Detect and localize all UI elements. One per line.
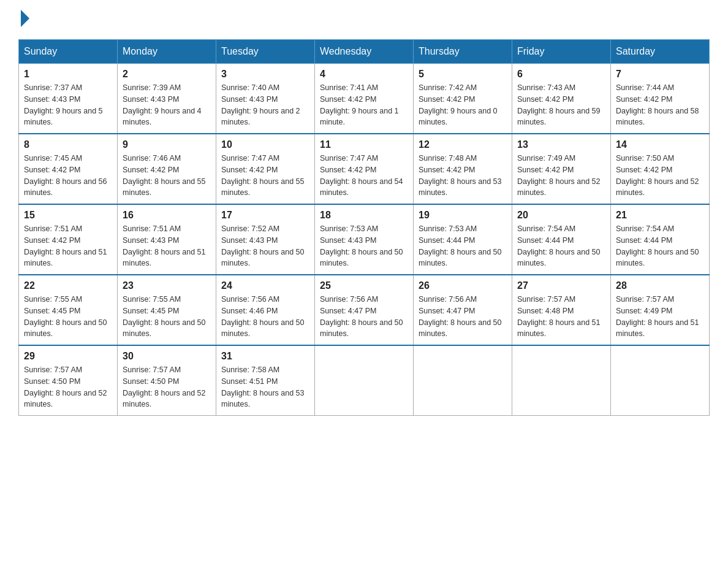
- weekday-header-monday: Monday: [118, 40, 216, 64]
- day-info: Sunrise: 7:54 AMSunset: 4:44 PMDaylight:…: [616, 223, 704, 269]
- day-number: 8: [24, 139, 112, 150]
- day-number: 5: [419, 69, 507, 80]
- day-number: 7: [616, 69, 704, 80]
- day-info: Sunrise: 7:39 AMSunset: 4:43 PMDaylight:…: [123, 82, 211, 128]
- day-number: 16: [123, 210, 211, 221]
- day-info: Sunrise: 7:49 AMSunset: 4:42 PMDaylight:…: [517, 153, 605, 199]
- day-info: Sunrise: 7:57 AMSunset: 4:50 PMDaylight:…: [123, 364, 211, 410]
- weekday-header-friday: Friday: [512, 40, 611, 64]
- weekday-header-saturday: Saturday: [611, 40, 710, 64]
- calendar-cell: 9Sunrise: 7:46 AMSunset: 4:42 PMDaylight…: [118, 134, 216, 204]
- weekday-header-sunday: Sunday: [19, 40, 118, 64]
- calendar-cell: 8Sunrise: 7:45 AMSunset: 4:42 PMDaylight…: [19, 134, 118, 204]
- calendar-cell: [512, 345, 611, 416]
- day-number: 26: [419, 280, 507, 291]
- day-info: Sunrise: 7:43 AMSunset: 4:42 PMDaylight:…: [517, 82, 605, 128]
- day-number: 19: [419, 210, 507, 221]
- day-number: 15: [24, 210, 112, 221]
- day-number: 11: [320, 139, 408, 150]
- page-header: [18, 12, 710, 27]
- day-info: Sunrise: 7:37 AMSunset: 4:43 PMDaylight:…: [24, 82, 112, 128]
- calendar-cell: 11Sunrise: 7:47 AMSunset: 4:42 PMDayligh…: [315, 134, 414, 204]
- day-number: 13: [517, 139, 605, 150]
- day-number: 9: [123, 139, 211, 150]
- day-number: 4: [320, 69, 408, 80]
- calendar-cell: 7Sunrise: 7:44 AMSunset: 4:42 PMDaylight…: [611, 64, 710, 134]
- day-info: Sunrise: 7:55 AMSunset: 4:45 PMDaylight:…: [24, 294, 112, 340]
- day-info: Sunrise: 7:47 AMSunset: 4:42 PMDaylight:…: [221, 153, 309, 199]
- calendar-cell: 15Sunrise: 7:51 AMSunset: 4:42 PMDayligh…: [19, 204, 118, 275]
- calendar-cell: 2Sunrise: 7:39 AMSunset: 4:43 PMDaylight…: [118, 64, 216, 134]
- day-info: Sunrise: 7:56 AMSunset: 4:46 PMDaylight:…: [221, 294, 309, 340]
- day-info: Sunrise: 7:57 AMSunset: 4:50 PMDaylight:…: [24, 364, 112, 410]
- calendar-cell: 31Sunrise: 7:58 AMSunset: 4:51 PMDayligh…: [216, 345, 315, 416]
- day-info: Sunrise: 7:45 AMSunset: 4:42 PMDaylight:…: [24, 153, 112, 199]
- day-number: 25: [320, 280, 408, 291]
- calendar-cell: 3Sunrise: 7:40 AMSunset: 4:43 PMDaylight…: [216, 64, 315, 134]
- calendar-cell: 6Sunrise: 7:43 AMSunset: 4:42 PMDaylight…: [512, 64, 611, 134]
- calendar-cell: 18Sunrise: 7:53 AMSunset: 4:43 PMDayligh…: [315, 204, 414, 275]
- day-number: 28: [616, 280, 704, 291]
- day-number: 21: [616, 210, 704, 221]
- day-number: 1: [24, 69, 112, 80]
- calendar-cell: 22Sunrise: 7:55 AMSunset: 4:45 PMDayligh…: [19, 275, 118, 345]
- calendar-cell: 29Sunrise: 7:57 AMSunset: 4:50 PMDayligh…: [19, 345, 118, 416]
- weekday-header-row: SundayMondayTuesdayWednesdayThursdayFrid…: [19, 40, 710, 64]
- day-info: Sunrise: 7:53 AMSunset: 4:44 PMDaylight:…: [419, 223, 507, 269]
- weekday-header-thursday: Thursday: [414, 40, 512, 64]
- calendar-cell: [611, 345, 710, 416]
- day-number: 14: [616, 139, 704, 150]
- day-info: Sunrise: 7:56 AMSunset: 4:47 PMDaylight:…: [419, 294, 507, 340]
- day-number: 3: [221, 69, 309, 80]
- day-info: Sunrise: 7:52 AMSunset: 4:43 PMDaylight:…: [221, 223, 309, 269]
- weekday-header-tuesday: Tuesday: [216, 40, 315, 64]
- day-info: Sunrise: 7:58 AMSunset: 4:51 PMDaylight:…: [221, 364, 309, 410]
- calendar-cell: 30Sunrise: 7:57 AMSunset: 4:50 PMDayligh…: [118, 345, 216, 416]
- day-number: 6: [517, 69, 605, 80]
- day-info: Sunrise: 7:44 AMSunset: 4:42 PMDaylight:…: [616, 82, 704, 128]
- logo: [18, 12, 29, 27]
- calendar-week-row: 15Sunrise: 7:51 AMSunset: 4:42 PMDayligh…: [19, 204, 710, 275]
- day-info: Sunrise: 7:55 AMSunset: 4:45 PMDaylight:…: [123, 294, 211, 340]
- calendar-cell: 19Sunrise: 7:53 AMSunset: 4:44 PMDayligh…: [414, 204, 512, 275]
- logo-arrow-icon: [21, 10, 29, 27]
- calendar-table: SundayMondayTuesdayWednesdayThursdayFrid…: [18, 39, 710, 416]
- day-info: Sunrise: 7:53 AMSunset: 4:43 PMDaylight:…: [320, 223, 408, 269]
- day-info: Sunrise: 7:50 AMSunset: 4:42 PMDaylight:…: [616, 153, 704, 199]
- day-info: Sunrise: 7:54 AMSunset: 4:44 PMDaylight:…: [517, 223, 605, 269]
- day-number: 17: [221, 210, 309, 221]
- day-number: 2: [123, 69, 211, 80]
- day-info: Sunrise: 7:40 AMSunset: 4:43 PMDaylight:…: [221, 82, 309, 128]
- calendar-cell: 14Sunrise: 7:50 AMSunset: 4:42 PMDayligh…: [611, 134, 710, 204]
- calendar-cell: 17Sunrise: 7:52 AMSunset: 4:43 PMDayligh…: [216, 204, 315, 275]
- day-info: Sunrise: 7:46 AMSunset: 4:42 PMDaylight:…: [123, 153, 211, 199]
- calendar-cell: 20Sunrise: 7:54 AMSunset: 4:44 PMDayligh…: [512, 204, 611, 275]
- calendar-week-row: 22Sunrise: 7:55 AMSunset: 4:45 PMDayligh…: [19, 275, 710, 345]
- day-number: 24: [221, 280, 309, 291]
- calendar-cell: 13Sunrise: 7:49 AMSunset: 4:42 PMDayligh…: [512, 134, 611, 204]
- day-number: 23: [123, 280, 211, 291]
- calendar-cell: 27Sunrise: 7:57 AMSunset: 4:48 PMDayligh…: [512, 275, 611, 345]
- day-info: Sunrise: 7:41 AMSunset: 4:42 PMDaylight:…: [320, 82, 408, 128]
- calendar-week-row: 29Sunrise: 7:57 AMSunset: 4:50 PMDayligh…: [19, 345, 710, 416]
- day-info: Sunrise: 7:57 AMSunset: 4:49 PMDaylight:…: [616, 294, 704, 340]
- calendar-cell: 5Sunrise: 7:42 AMSunset: 4:42 PMDaylight…: [414, 64, 512, 134]
- day-info: Sunrise: 7:48 AMSunset: 4:42 PMDaylight:…: [419, 153, 507, 199]
- day-number: 18: [320, 210, 408, 221]
- day-info: Sunrise: 7:51 AMSunset: 4:43 PMDaylight:…: [123, 223, 211, 269]
- calendar-cell: 12Sunrise: 7:48 AMSunset: 4:42 PMDayligh…: [414, 134, 512, 204]
- calendar-week-row: 1Sunrise: 7:37 AMSunset: 4:43 PMDaylight…: [19, 64, 710, 134]
- day-info: Sunrise: 7:57 AMSunset: 4:48 PMDaylight:…: [517, 294, 605, 340]
- day-info: Sunrise: 7:56 AMSunset: 4:47 PMDaylight:…: [320, 294, 408, 340]
- calendar-cell: 4Sunrise: 7:41 AMSunset: 4:42 PMDaylight…: [315, 64, 414, 134]
- day-info: Sunrise: 7:42 AMSunset: 4:42 PMDaylight:…: [419, 82, 507, 128]
- weekday-header-wednesday: Wednesday: [315, 40, 414, 64]
- calendar-cell: [414, 345, 512, 416]
- day-number: 20: [517, 210, 605, 221]
- calendar-cell: 24Sunrise: 7:56 AMSunset: 4:46 PMDayligh…: [216, 275, 315, 345]
- day-number: 22: [24, 280, 112, 291]
- day-number: 12: [419, 139, 507, 150]
- calendar-cell: 25Sunrise: 7:56 AMSunset: 4:47 PMDayligh…: [315, 275, 414, 345]
- day-number: 27: [517, 280, 605, 291]
- calendar-cell: [315, 345, 414, 416]
